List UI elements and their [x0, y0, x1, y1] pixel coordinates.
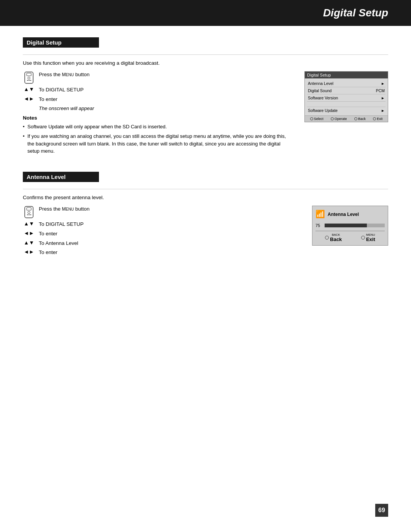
- screen-row-sound: Digital Sound PCM: [307, 87, 386, 94]
- antenna-level-section: Antenna Level Confirms the present anten…: [23, 172, 388, 259]
- screen-row-label-sound: Digital Sound: [308, 88, 331, 93]
- divider-2: [23, 189, 388, 189]
- svg-rect-9: [27, 214, 28, 215]
- screen-footer-operate: Operate: [331, 117, 347, 121]
- screen-row-empty: [307, 102, 386, 107]
- antenna-step-row-digital: ▲▼ To DIGITAL SETUP: [23, 221, 301, 228]
- menu-key-1: MENU: [62, 72, 74, 77]
- digital-setup-steps-left: Press the MENU button ▲▼ To DIGITAL SETU…: [23, 71, 293, 161]
- menu-key-2: MENU: [62, 206, 74, 212]
- step-text-enter-1: To enter: [39, 96, 57, 103]
- svg-text:📶: 📶: [315, 209, 325, 218]
- arrow-updown-icon-1: ▲▼: [23, 86, 35, 92]
- circle-select-icon: [310, 117, 313, 120]
- screen-row-antenna: Antenna Level ►: [307, 80, 386, 87]
- svg-rect-4: [29, 80, 30, 81]
- screen-row-value-sound: PCM: [376, 88, 385, 93]
- antenna-level-heading: Antenna Level: [23, 172, 99, 182]
- svg-rect-7: [27, 208, 31, 210]
- divider-1: [23, 54, 388, 55]
- digital-setup-heading: Digital Setup: [23, 37, 99, 48]
- antenna-step-row-menu: Press the MENU button: [23, 206, 301, 219]
- arrow-updown-icon-2: ▲▼: [23, 221, 35, 226]
- banner-title: Digital Setup: [23, 7, 388, 19]
- screen-row-label-antenna: Antenna Level: [308, 81, 333, 86]
- note-item-2: If you are watching an analog channel, y…: [23, 133, 293, 155]
- arrow-leftright-icon-3: ◄►: [23, 249, 35, 254]
- screen-row-version: Software Version ►: [307, 94, 386, 102]
- antenna-step-row-enter-1: ◄► To enter: [23, 230, 301, 238]
- digital-setup-steps-area: Press the MENU button ▲▼ To DIGITAL SETU…: [23, 71, 388, 161]
- svg-point-2: [28, 77, 30, 79]
- arrow-updown-icon-3: ▲▼: [23, 240, 35, 245]
- digital-setup-screen-mockup: Digital Setup Antenna Level ► Digital So…: [304, 71, 388, 122]
- circle-operate-icon: [331, 117, 334, 120]
- svg-rect-6: [25, 206, 33, 218]
- top-banner: Digital Setup: [0, 0, 411, 26]
- antenna-step-row-level: ▲▼ To Antenna Level: [23, 240, 301, 247]
- screen-footer-back: Back: [354, 117, 366, 121]
- screen-arrow-antenna: ►: [381, 81, 385, 86]
- screen-footer-back-label: Back: [358, 117, 366, 121]
- exit-sublabel: MENU: [366, 233, 375, 236]
- page-number-badge: 69: [375, 504, 388, 517]
- antenna-steps-area: Press the MENU button ▲▼ To DIGITAL SETU…: [23, 206, 388, 259]
- screen-arrow-update: ►: [381, 109, 385, 113]
- svg-rect-1: [27, 73, 31, 76]
- arrow-leftright-icon-1: ◄►: [23, 96, 35, 101]
- antenna-step-text-enter-1: To enter: [39, 230, 57, 238]
- antenna-signal-icon: 📶: [315, 209, 325, 220]
- back-sublabel: BACK: [330, 233, 342, 236]
- screen-row-label-update: Software Update: [308, 108, 338, 113]
- svg-point-8: [28, 211, 30, 214]
- antenna-level-mockup: 📶 Antenna Level 75 BACK: [312, 206, 388, 246]
- antenna-level-desc: Confirms the present antenna level.: [23, 195, 388, 200]
- circle-exit-btn-icon: [361, 236, 365, 240]
- step-text-menu-1: Press the MENU button: [39, 71, 89, 78]
- arrow-leftright-icon-2: ◄►: [23, 230, 35, 236]
- svg-rect-10: [29, 214, 30, 215]
- antenna-step-row-enter-2: ◄► To enter: [23, 249, 301, 256]
- antenna-bar-container: [325, 224, 385, 227]
- screen-footer-select-label: Select: [314, 117, 323, 121]
- antenna-bar-fill: [325, 224, 367, 227]
- notes-title: Notes: [23, 115, 293, 121]
- screen-body: Antenna Level ► Digital Sound PCM Softwa…: [305, 78, 388, 115]
- antenna-label: Antenna Level: [328, 212, 359, 217]
- screen-footer-exit-label: Exit: [377, 117, 382, 121]
- svg-rect-5: [30, 80, 31, 81]
- screen-footer-select: Select: [310, 117, 323, 121]
- screen-footer: Select Operate Back Exit: [305, 115, 388, 122]
- antenna-mockup-header: 📶 Antenna Level: [315, 209, 385, 220]
- antenna-value: 75: [315, 223, 322, 228]
- antenna-buttons: BACK Back MENU Exit: [315, 231, 385, 242]
- screen-row-label-version: Software Version: [308, 96, 338, 100]
- antenna-exit-btn: MENU Exit: [361, 233, 375, 242]
- antenna-steps-left: Press the MENU button ▲▼ To DIGITAL SETU…: [23, 206, 301, 259]
- svg-rect-11: [30, 214, 31, 215]
- step-row-enter-1: ◄► To enter: [23, 96, 293, 103]
- svg-rect-3: [27, 80, 28, 81]
- notes-section: Notes Software Update will only appear w…: [23, 115, 293, 155]
- antenna-step-text-menu: Press the MENU button: [39, 206, 89, 213]
- antenna-bar-row: 75: [315, 223, 385, 228]
- screen-title-bar: Digital Setup: [305, 72, 388, 78]
- remote-icon-1: [23, 71, 35, 84]
- circle-back-btn-icon: [325, 236, 329, 240]
- antenna-step-text-level: To Antenna Level: [39, 240, 78, 247]
- screen-arrow-version: ►: [381, 96, 385, 100]
- onscreen-note: The onscreen will appear: [39, 105, 293, 111]
- antenna-back-btn: BACK Back: [325, 233, 342, 242]
- step-row-menu-1: Press the MENU button: [23, 71, 293, 84]
- screen-footer-exit: Exit: [373, 117, 382, 121]
- note-item-1: Software Update will only appear when th…: [23, 123, 293, 131]
- circle-exit-icon: [373, 117, 376, 120]
- step-text-digital-setup: To DIGITAL SETUP: [39, 86, 84, 94]
- antenna-step-text-enter-2: To enter: [39, 249, 57, 256]
- step-row-digital-setup: ▲▼ To DIGITAL SETUP: [23, 86, 293, 94]
- svg-rect-0: [25, 72, 33, 83]
- digital-setup-desc: Use this function when you are receiving…: [23, 60, 388, 66]
- screen-footer-operate-label: Operate: [335, 117, 347, 121]
- remote-icon-2: [23, 206, 35, 219]
- back-label: Back: [330, 236, 342, 242]
